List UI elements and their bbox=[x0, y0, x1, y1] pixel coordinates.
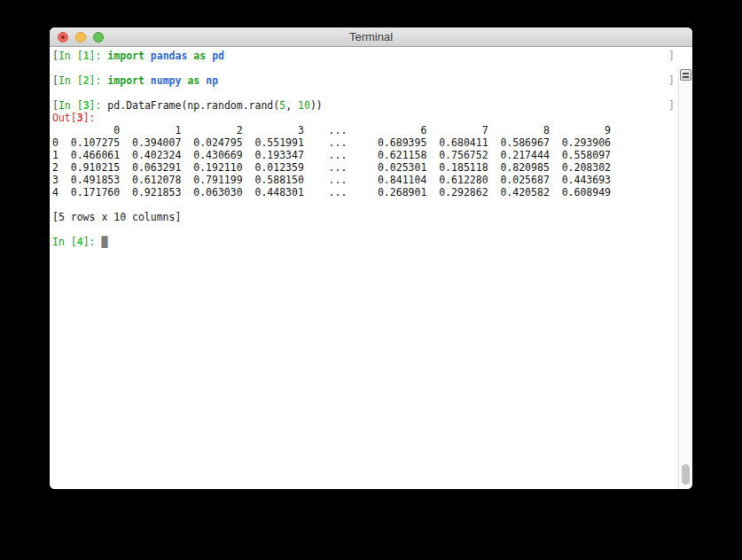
df-row-4: 4 0.171760 0.921853 0.063030 0.448301 ..… bbox=[52, 186, 677, 198]
input-line-3: [In [3]: pd.DataFrame(np.random.rand(5, … bbox=[52, 99, 677, 112]
seg-kw: import bbox=[107, 50, 144, 62]
split-pane-button[interactable] bbox=[680, 69, 691, 81]
window-title: Terminal bbox=[50, 27, 692, 47]
df-row-0: 0 0.107275 0.394007 0.024795 0.551991 ..… bbox=[52, 136, 677, 149]
seg-bracket: [ bbox=[52, 50, 59, 62]
seg-plain: 0 1 2 3 ... 6 7 8 9 bbox=[52, 124, 611, 136]
seg-plain: 0 0.107275 0.394007 0.024795 0.551991 ..… bbox=[52, 136, 611, 149]
terminal-screen[interactable]: [In [1]: import pandas as pd][In [2]: im… bbox=[52, 50, 677, 489]
seg-bracket: [ bbox=[52, 74, 59, 87]
seg-ns: pandas bbox=[151, 50, 188, 62]
seg-out: ]: bbox=[83, 112, 96, 124]
seg-kw: as bbox=[187, 74, 199, 87]
split-pane-icon bbox=[683, 73, 689, 74]
seg-plain: )) bbox=[310, 99, 323, 112]
seg-prompt: ]: bbox=[90, 74, 108, 87]
seg-ns: np bbox=[206, 74, 218, 87]
seg-plain: 1 0.466061 0.402324 0.430669 0.193347 ..… bbox=[52, 149, 611, 161]
scrollbar-thumb[interactable] bbox=[682, 464, 690, 485]
input-line-2: [In [2]: import numpy as np] bbox=[52, 74, 677, 87]
seg-prompt: ]: bbox=[90, 50, 108, 62]
terminal-blank-line bbox=[52, 87, 677, 99]
seg-plain: [5 rows x 10 columns] bbox=[52, 211, 181, 223]
terminal-blank-line bbox=[52, 198, 677, 211]
seg-prompt: In [ bbox=[59, 50, 83, 62]
seg-plain bbox=[144, 74, 151, 87]
seg-prompt: In [ bbox=[52, 236, 77, 248]
input-line-4-active: In [4]: █ bbox=[52, 236, 677, 248]
seg-prompt: In [ bbox=[59, 99, 83, 112]
line-wrap-bracket: ] bbox=[668, 99, 675, 112]
window-titlebar[interactable]: Terminal bbox=[50, 27, 692, 47]
seg-plain: 2 0.910215 0.063291 0.192110 0.012359 ..… bbox=[52, 161, 611, 174]
df-row-1: 1 0.466061 0.402324 0.430669 0.193347 ..… bbox=[52, 149, 677, 161]
df-row-2: 2 0.910215 0.063291 0.192110 0.012359 ..… bbox=[52, 161, 677, 174]
seg-plain: 3 0.491853 0.612078 0.791199 0.588150 ..… bbox=[52, 174, 611, 186]
terminal-blank-line bbox=[52, 62, 677, 74]
line-wrap-bracket: ] bbox=[668, 50, 675, 62]
df-summary: [5 rows x 10 columns] bbox=[52, 211, 677, 223]
seg-pnum: 4 bbox=[77, 236, 83, 248]
line-wrap-bracket: ] bbox=[668, 74, 675, 87]
seg-plain: , bbox=[285, 99, 298, 112]
seg-bracket: [ bbox=[52, 99, 59, 112]
seg-plain: 4 0.171760 0.921853 0.063030 0.448301 ..… bbox=[52, 186, 611, 198]
df-header: 0 1 2 3 ... 6 7 8 9 bbox=[52, 124, 677, 136]
terminal-blank-line bbox=[52, 223, 677, 236]
seg-kw: as bbox=[193, 50, 206, 62]
seg-prompt: ]: bbox=[83, 236, 102, 248]
seg-ns: pd bbox=[212, 50, 224, 62]
seg-prompt: ]: bbox=[90, 99, 108, 112]
seg-num: 10 bbox=[298, 99, 310, 112]
seg-pnum: 2 bbox=[83, 74, 90, 87]
scrollbar-track[interactable] bbox=[678, 68, 692, 489]
split-pane-icon bbox=[683, 76, 689, 78]
terminal-window: Terminal [In [1]: import pandas as pd][I… bbox=[50, 27, 692, 489]
seg-plain: pd.DataFrame(np.random.rand( bbox=[107, 99, 279, 112]
seg-pnum: 3 bbox=[83, 99, 90, 112]
seg-out: Out[ bbox=[52, 112, 77, 124]
seg-prompt: In [ bbox=[59, 74, 83, 87]
seg-plain bbox=[144, 50, 151, 62]
output-label-3: Out[3]: bbox=[52, 112, 677, 124]
input-line-1: [In [1]: import pandas as pd] bbox=[52, 50, 677, 62]
text-cursor-block: █ bbox=[101, 236, 107, 248]
seg-ns: numpy bbox=[151, 74, 182, 87]
df-row-3: 3 0.491853 0.612078 0.791199 0.588150 ..… bbox=[52, 174, 677, 186]
seg-pnum: 1 bbox=[83, 50, 90, 62]
seg-onum: 3 bbox=[77, 112, 83, 124]
seg-kw: import bbox=[107, 74, 144, 87]
terminal-content: [In [1]: import pandas as pd][In [2]: im… bbox=[50, 48, 692, 489]
